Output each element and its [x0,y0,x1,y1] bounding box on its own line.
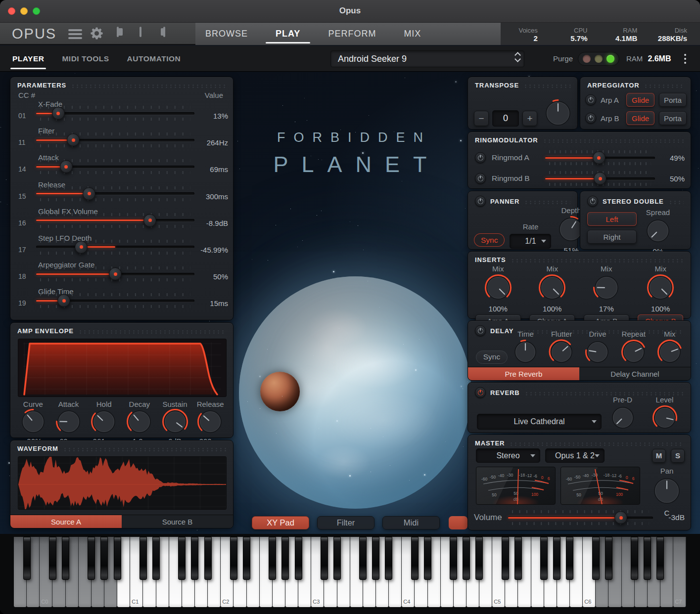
tab-source-b[interactable]: Source B [122,515,233,528]
knob-group[interactable]: Decay1.3s [122,400,157,445]
knob-dial[interactable] [544,99,572,130]
black-key[interactable] [204,537,212,580]
tab-perform[interactable]: PERFORM [326,23,378,45]
channel-select[interactable]: Stereo [476,448,540,463]
purge-led[interactable] [607,55,614,63]
ringmod-slider[interactable] [545,171,655,186]
knob-group[interactable]: Release300ms [192,400,228,445]
black-key[interactable] [269,537,276,580]
knob-group[interactable]: Attack69ms [51,400,87,445]
slider-thumb[interactable] [52,107,65,120]
mix-knob[interactable]: Mix100% [484,264,512,313]
knob-dial[interactable] [162,408,188,437]
rate-select[interactable]: 1/1 [510,234,551,249]
parameter-slider[interactable] [36,240,194,255]
black-key[interactable] [475,537,483,580]
knob-dial[interactable] [621,339,647,367]
solo-button[interactable]: S [671,449,685,463]
black-key[interactable] [230,537,237,580]
knob-dial[interactable] [55,408,82,437]
black-key[interactable] [49,537,56,580]
purge-led[interactable] [583,55,591,63]
arp-power-icon[interactable] [585,94,596,105]
knob-dial[interactable] [91,408,117,437]
black-key[interactable] [88,537,95,580]
black-key[interactable] [502,537,509,580]
tab-midi-tools[interactable]: MIDI TOOLS [62,46,109,71]
panner-sync-button[interactable]: Sync [474,233,505,247]
left-panel-toggle-icon[interactable] [117,28,119,37]
parameter-slider[interactable] [36,132,194,147]
knob-dial[interactable] [593,274,620,304]
tab-browse[interactable]: BROWSE [203,23,250,45]
black-key[interactable] [644,537,651,580]
black-key[interactable] [23,537,31,580]
keyboard-toggle-icon[interactable] [140,28,141,37]
black-key[interactable] [333,537,341,580]
settings-gear-icon[interactable] [90,26,104,43]
black-key[interactable] [540,537,548,580]
knob-dial[interactable] [585,339,610,367]
black-key[interactable] [372,537,379,580]
knob-dial[interactable] [549,339,574,367]
black-key[interactable] [656,537,664,580]
black-key[interactable] [295,537,302,580]
knob-group[interactable]: Sustain0dB [157,400,193,445]
output-select[interactable]: Opus 1 & 2 [545,448,605,463]
tab-pre-reverb[interactable]: Pre Reverb [468,367,579,380]
pan-knob[interactable]: PanC [649,467,685,517]
mix-knob[interactable]: Mix100% [647,264,674,313]
black-key[interactable] [411,537,419,580]
black-key[interactable] [514,537,522,580]
slider-thumb[interactable] [83,187,95,200]
left-button[interactable]: Left [587,212,637,226]
black-key[interactable] [424,537,431,580]
glide-button[interactable]: Glide [626,93,654,107]
black-key[interactable] [281,537,289,580]
white-key[interactable]: C7 [673,537,686,607]
black-key[interactable] [100,537,108,580]
preset-chevrons-icon[interactable] [515,53,520,61]
mix-knob[interactable]: Mix17% [593,264,620,313]
arp-power-icon[interactable] [585,113,596,124]
purge-leds[interactable] [578,52,619,66]
preset-selector[interactable]: Android Seeker 9 [330,50,524,67]
tab-automation[interactable]: AUTOMATION [127,46,181,71]
tab-player[interactable]: PLAYER [12,46,44,71]
tab-mix[interactable]: MIX [402,23,423,45]
knob-dial[interactable] [20,408,47,437]
slider-thumb[interactable] [75,241,88,254]
right-panel-toggle-icon[interactable] [163,28,165,37]
black-key[interactable] [62,537,69,580]
knob-dial[interactable] [647,274,674,304]
black-key[interactable] [605,537,612,580]
right-button[interactable]: Right [587,230,637,244]
black-key[interactable] [463,537,470,580]
black-key[interactable] [140,537,147,580]
parameter-slider[interactable] [36,293,194,308]
ringmod-slider[interactable] [545,150,655,165]
master-volume-slider[interactable] [508,510,653,525]
knob-dial[interactable] [652,405,678,433]
parameter-slider[interactable] [36,266,194,281]
knob-group[interactable]: Hold961ms [86,400,122,445]
tab-delay-channel[interactable]: Delay Channel [579,367,691,380]
knob-group[interactable]: Curve-30% [15,400,51,445]
glide-button[interactable]: Glide [626,111,654,125]
mute-button[interactable]: M [652,449,666,463]
black-key[interactable] [178,537,186,580]
knob-dial[interactable] [484,274,512,304]
black-key[interactable] [450,537,457,580]
black-key[interactable] [243,537,250,580]
porta-button[interactable]: Porta [659,93,687,107]
transpose-increment-button[interactable]: + [522,111,537,126]
slider-thumb[interactable] [594,172,607,185]
tab-source-a[interactable]: Source A [10,515,122,528]
knob-dial[interactable] [126,408,153,437]
slider-thumb[interactable] [143,214,156,227]
midi-button[interactable]: Midi [382,516,440,529]
transpose-decrement-button[interactable]: − [474,111,489,126]
knob-dial[interactable] [538,274,566,304]
mix-knob[interactable]: Mix100% [538,264,566,313]
envelope-graph[interactable] [18,339,227,397]
